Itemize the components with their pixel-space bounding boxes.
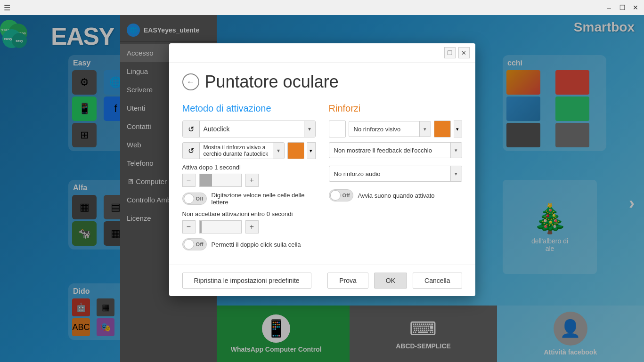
cancel-button[interactable]: Cancella [413,273,462,289]
double-click-row: Off Permetti il doppio click sulla cella [182,238,316,250]
autoclick-row: ↺ Autoclick ▾ [182,121,316,137]
visual-feedback-row: ↺ Mostra il rinforzo visivo a cerchio du… [182,142,316,159]
no-eye-text: Non mostrare il feedback dell'occhio [329,147,450,154]
double-click-off-label: Off [196,241,204,247]
activate-track[interactable] [199,174,242,187]
fast-typing-toggle[interactable]: Off [182,193,207,205]
autoclick-icon: ↺ [183,121,200,137]
autoclick-arrow: ▾ [304,121,315,137]
no-visual-color[interactable] [329,121,346,137]
play-sound-knob [330,190,341,201]
no-eye-row: Non mostrare il feedback dell'occhio ▾ [329,142,462,158]
visual-feedback-icon: ↺ [183,143,200,159]
no-accept-plus-button[interactable]: + [245,220,259,233]
no-audio-text: No rinforzo audio [329,170,450,177]
fast-typing-off-label: Off [196,196,204,201]
dialog-footer: Ripristina le impostazioni predefinite P… [169,265,475,296]
autoclick-text: Autoclick [200,125,304,133]
no-audio-arrow: ▾ [450,166,462,181]
activate-plus-button[interactable]: + [245,174,259,187]
hamburger-icon[interactable]: ☰ [4,3,10,12]
minimize-button[interactable]: – [604,3,614,12]
fast-typing-knob [184,193,194,204]
activate-after-label: Attiva dopo 1 secondi [182,164,316,171]
visual-feedback-arrow: ▾ [273,143,284,159]
dialog-overlay: ☐ ✕ ← Puntatore oculare Metodo di attiva… [0,15,644,362]
no-accept-label: Non accettare attivazioni entro 0 second… [182,210,316,217]
activate-minus-button[interactable]: − [182,174,196,187]
dialog: ☐ ✕ ← Puntatore oculare Metodo di attiva… [169,43,475,296]
dialog-close-button[interactable]: ✕ [458,47,470,58]
fast-typing-label: Digitazione veloce nelle celle delle let… [212,192,316,206]
dialog-right-col: Rinforzi No rinforzo visivo ▾ ▾ [329,103,462,255]
dialog-titlebar: ☐ ✕ [169,43,475,63]
no-visual-text: No rinforzo visivo [349,126,419,133]
dialog-heading: ← Puntatore oculare [182,72,462,92]
visual-feedback-text: Mostra il rinforzo visivo a cerchio dura… [200,144,273,157]
visual-feedback-color[interactable] [287,142,304,159]
close-button[interactable]: ✕ [631,3,640,12]
title-bar-left: ☰ [4,3,10,12]
no-audio-select[interactable]: No rinforzo audio ▾ [329,166,462,182]
visual-feedback-select[interactable]: ↺ Mostra il rinforzo visivo a cerchio du… [182,142,285,159]
no-visual-select[interactable]: No rinforzo visivo ▾ [349,121,431,137]
ok-button[interactable]: OK [374,273,407,289]
no-eye-arrow: ▾ [450,143,462,158]
no-eye-select[interactable]: Non mostrare il feedback dell'occhio ▾ [329,142,462,158]
title-bar: ☰ – ❐ ✕ [0,0,644,15]
restore-button[interactable]: ❐ [618,3,627,12]
no-audio-row: No rinforzo audio ▾ [329,166,462,182]
no-accept-track[interactable] [199,220,242,233]
title-bar-controls: – ❐ ✕ [604,3,640,12]
double-click-knob [184,239,194,249]
no-visual-arrow: ▾ [419,121,431,137]
play-sound-label: Avvia suono quando attivato [358,192,462,199]
no-visual-row: No rinforzo visivo ▾ ▾ [329,121,462,137]
no-accept-fill [200,221,202,233]
play-sound-toggle[interactable]: Off [329,189,353,201]
dialog-heading-title: Puntatore oculare [205,72,339,92]
dialog-back-button[interactable]: ← [182,73,199,90]
activate-fill [200,174,212,186]
reset-button[interactable]: Ripristina le impostazioni predefinite [182,273,311,289]
dialog-restore-button[interactable]: ☐ [444,47,456,58]
visual-feedback-color-arrow[interactable]: ▾ [307,142,316,159]
no-accept-minus-button[interactable]: − [182,220,196,233]
activation-method-title: Metodo di attivazione [182,103,316,114]
reinforcements-title: Rinforzi [329,103,462,114]
play-sound-row: Off Avvia suono quando attivato [329,189,462,201]
main-content: easylabs easylabs easylabs easy EASY Sma… [0,15,644,362]
dialog-columns: Metodo di attivazione ↺ Autoclick ▾ [182,103,462,255]
fast-typing-row: Off Digitazione veloce nelle celle delle… [182,192,316,206]
dialog-left-col: Metodo di attivazione ↺ Autoclick ▾ [182,103,316,255]
dialog-body: ← Puntatore oculare Metodo di attivazion… [169,63,475,265]
activate-after-stepper: − + [182,174,316,187]
test-button[interactable]: Prova [327,273,368,289]
no-accept-stepper: − + [182,220,316,233]
autoclick-select[interactable]: ↺ Autoclick ▾ [182,121,316,137]
double-click-label: Permetti il doppio click sulla cella [212,241,316,248]
play-sound-off-label: Off [342,193,350,198]
no-visual-color2[interactable] [434,121,451,137]
no-visual-color2-arrow[interactable]: ▾ [454,121,462,137]
double-click-toggle[interactable]: Off [182,238,207,250]
